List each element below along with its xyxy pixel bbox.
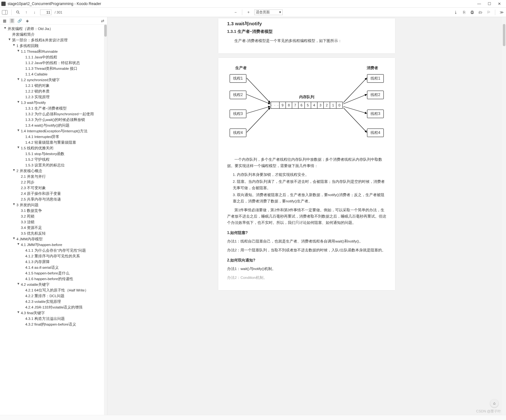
sidebar-toggle-icon[interactable]: [2, 10, 8, 15]
outline-item[interactable]: 1.3 wait与notify: [2, 100, 107, 105]
open-file-icon[interactable]: ⭳: [453, 10, 458, 15]
copy-icon[interactable]: ⎘: [461, 10, 467, 15]
home-button[interactable]: ⌂: [490, 399, 498, 407]
outline-item[interactable]: 4.1.3 内存屏障: [2, 259, 107, 265]
outline-item[interactable]: 1.1.2 Java中的线程：特征和状态: [2, 60, 107, 66]
outline-item[interactable]: 1.2.1 锁的对象: [2, 83, 107, 88]
outline-item[interactable]: 1.1 Thread和Runnable: [2, 49, 107, 54]
outline-item-label: 4.1.4 as-if-serial语义: [25, 266, 59, 269]
zoom-select[interactable]: 适合页面 ▾: [254, 9, 283, 15]
consumer-box: 线程1: [367, 74, 384, 83]
outline-item[interactable]: 4 JMM内存模型: [2, 236, 107, 242]
main-toolbar: ↑ ↓ / 301 − + 适合页面 ▾ ⭳ ⎘ 🗁 ⚐ ≫: [0, 8, 506, 17]
outline-item[interactable]: 4.2 volatile关键字: [2, 282, 107, 287]
outline-item[interactable]: 4.3.2 final的happen-before语义: [2, 321, 107, 327]
next-page-icon[interactable]: ↓: [32, 10, 37, 15]
outline-item[interactable]: 3.3 活锁: [2, 219, 107, 225]
outline-item[interactable]: 1.5 线程的优雅关闭: [2, 145, 107, 151]
outline-item[interactable]: 4.2.3 volatile实现原理: [2, 299, 107, 304]
chevron-down-icon: [17, 78, 21, 82]
outline-item[interactable]: 4.1.5 happen-before是什么: [2, 270, 107, 276]
outline-item[interactable]: 2.3 不可变对象: [2, 185, 107, 191]
queue-cell: 5: [305, 102, 311, 109]
queue-cell: 1: [330, 102, 336, 109]
minimize-button[interactable]: —: [477, 2, 481, 6]
outline-settings-icon[interactable]: ⇄: [100, 18, 105, 23]
more-icon[interactable]: ≫: [499, 10, 504, 15]
outline-item[interactable]: 2.2 同步: [2, 179, 107, 185]
outline-item[interactable]: 1.3.3 为什么wait()的时候必须释放锁: [2, 117, 107, 123]
outline-item[interactable]: 4.1.6 happen-before的传递性: [2, 276, 107, 282]
outline-item[interactable]: 4.1.2 重排序与内存可见性的关系: [2, 253, 107, 259]
outline-item[interactable]: 1.3.4 wait()与notify()的问题: [2, 123, 107, 128]
outline-item[interactable]: 4.2.1 64位写入的原子性（Half Write）: [2, 287, 107, 293]
outline-item[interactable]: 4.3 final关键字: [2, 310, 107, 316]
scrollbar-thumb[interactable]: [104, 25, 107, 37]
outline-item-label: 4 JMM内存模型: [16, 237, 43, 241]
producer-consumer-diagram: 生产者 消费者 内存队列 线程1 线程2 线程3 线程4 线程1 线程2 线程3…: [227, 65, 386, 154]
outline-item[interactable]: 2.1 并发与并行: [2, 174, 107, 179]
outline-item[interactable]: 并发编程简介: [2, 32, 107, 37]
outline-item[interactable]: 1.5.3 设置关闭的标志位: [2, 162, 107, 168]
maximize-button[interactable]: ☐: [487, 2, 491, 6]
outline-panel[interactable]: 并发编程（讲师：Old Jia）并发编程简介第一部分：多线程&并发设计原理1 多…: [0, 25, 107, 415]
app-icon: [1, 2, 6, 6]
outline-item[interactable]: 2.5 共享内存与消息传递: [2, 196, 107, 202]
outline-item[interactable]: 4.2.4 JSR-133对volatile语义的增强: [2, 304, 107, 310]
outline-item-label: 4.3 final关键字: [21, 311, 45, 315]
outline-item[interactable]: 4.1.4 as-if-serial语义: [2, 265, 107, 270]
outline-item[interactable]: 3.1 数据竞争: [2, 208, 107, 213]
prev-page-icon[interactable]: ↑: [24, 10, 29, 15]
attachments-icon[interactable]: 🔗: [17, 18, 22, 23]
outline-item[interactable]: 4.3.1 构造方法溢出问题: [2, 316, 107, 321]
outline-item[interactable]: 并发编程（讲师：Old Jia）: [2, 26, 107, 32]
outline-item[interactable]: 4.2.2 重排序：DCL问题: [2, 293, 107, 299]
zoom-out-icon[interactable]: −: [233, 10, 238, 15]
outline-item-label: 1.3.3 为什么wait()的时候必须释放锁: [25, 118, 85, 122]
outline-item[interactable]: 1.3.1 生产者−消费者模型: [2, 105, 107, 111]
outline-item[interactable]: 1.2 synchronized关键字: [2, 77, 107, 83]
outline-item[interactable]: 3.4 资源不足: [2, 225, 107, 231]
heading-2: 1.3.1 生产者−消费者模型: [227, 29, 386, 34]
save-icon[interactable]: 🗁: [478, 10, 483, 15]
print-icon[interactable]: [470, 10, 475, 15]
chevron-down-icon: [8, 38, 12, 42]
outline-item[interactable]: 1.3.2 为什么必须和synchronized一起使用: [2, 111, 107, 117]
outline-icon[interactable]: ☰: [9, 18, 15, 23]
bookmark-icon[interactable]: ⚐: [486, 10, 491, 15]
queue-cell: 0: [336, 102, 343, 109]
outline-item[interactable]: 3.5 优先权反转: [2, 231, 107, 236]
outline-item[interactable]: 3.2 死锁: [2, 213, 107, 219]
thumbnails-icon[interactable]: ▦: [2, 18, 7, 23]
outline-item[interactable]: 1.1.3 Thread类和Runnable 接口: [2, 66, 107, 71]
zoom-in-icon[interactable]: +: [246, 10, 251, 15]
outline-item[interactable]: 1.5.2 守护线程: [2, 157, 107, 162]
outline-item[interactable]: 4.1 JMM与happen-before: [2, 242, 107, 248]
outline-item[interactable]: 1 多线程回顾: [2, 43, 107, 49]
outline-item[interactable]: 1.1.1 Java中的线程: [2, 54, 107, 60]
chevron-down-icon: [4, 27, 8, 31]
outline-item-label: 第一部分：多线程&并发设计原理: [12, 38, 68, 42]
outline-item[interactable]: 第一部分：多线程&并发设计原理: [2, 37, 107, 43]
outline-item[interactable]: 4.1.1 为什么会存在“内存可见性”问题: [2, 248, 107, 253]
scrollbar-thumb[interactable]: [503, 24, 505, 46]
close-button[interactable]: ✕: [497, 2, 502, 6]
outline-item[interactable]: 1.1.4 Callable: [2, 71, 107, 77]
outline-item-label: 4.2.1 64位写入的原子性（Half Write）: [25, 288, 88, 292]
outline-item[interactable]: 2 并发核心概念: [2, 168, 107, 174]
scrollbar-track: [502, 17, 506, 415]
outline-item[interactable]: 1.4 InterruptedException与interrupt()方法: [2, 128, 107, 134]
outline-item[interactable]: 1.5.1 stop与destory函数: [2, 151, 107, 157]
svg-line-1: [19, 13, 20, 14]
outline-item-label: 1.1.4 Callable: [25, 72, 47, 76]
outline-item[interactable]: 1.4.1 Interrupted异常: [2, 134, 107, 140]
layers-icon[interactable]: ◈: [25, 18, 30, 23]
outline-item[interactable]: 3 并发的问题: [2, 202, 107, 208]
search-icon[interactable]: [15, 10, 21, 15]
outline-item[interactable]: 1.2.2 锁的本质: [2, 88, 107, 94]
page-number-input[interactable]: [40, 9, 51, 15]
outline-item[interactable]: 2.4 原子操作和原子变量: [2, 191, 107, 196]
outline-item[interactable]: 1.4.2 轻量级阻塞与重量级阻塞: [2, 140, 107, 145]
document-viewport[interactable]: 1.3 wait与notify 1.3.1 生产者−消费者模型 生产者-消费者模…: [107, 17, 506, 415]
outline-item[interactable]: 1.2.3 实现原理: [2, 94, 107, 100]
